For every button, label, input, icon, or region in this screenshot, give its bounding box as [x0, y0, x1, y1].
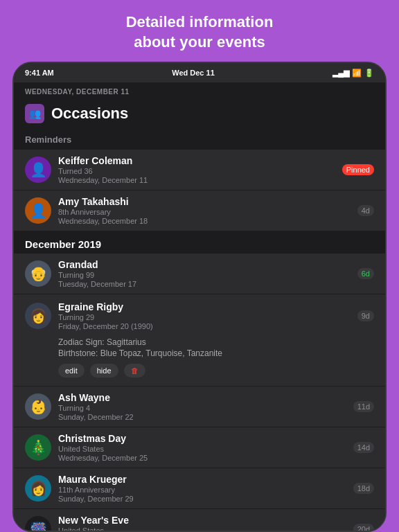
- item-sub: Turning 4: [58, 404, 346, 412]
- delete-button[interactable]: 🗑: [124, 364, 145, 378]
- list-item[interactable]: 🎄 Christmas Day United States Wednesday,…: [14, 427, 385, 468]
- december-section-header: December 2019: [14, 231, 385, 253]
- app-title: Occasions: [51, 105, 128, 123]
- item-badge: 18d: [353, 483, 374, 494]
- item-info: Keiffer Coleman Turned 36 Wednesday, Dec…: [51, 155, 342, 184]
- item-badge: 20d: [353, 524, 374, 531]
- header-line2: about your events: [134, 33, 265, 51]
- birthstone-detail: Birthstone: Blue Topaz, Turquoise, Tanza…: [58, 348, 374, 358]
- item-badge: 4d: [357, 205, 374, 216]
- item-badge: 14d: [353, 442, 374, 453]
- item-info: Maura Krueger 11th Anniversary Sunday, D…: [51, 474, 353, 503]
- device-frame: 9:41 AM Wed Dec 11 ▂▄▆ 📶 🔋 WEDNESDAY, DE…: [12, 62, 387, 532]
- avatar: 👤: [25, 157, 51, 183]
- item-name: New Year's Eve: [58, 515, 346, 526]
- avatar: 🎆: [25, 516, 51, 531]
- status-icons: ▂▄▆ 📶 🔋: [332, 69, 374, 78]
- wifi-icon: 📶: [352, 69, 362, 78]
- list-item[interactable]: 🎆 New Year's Eve United States Tuesday, …: [14, 509, 385, 531]
- signal-icon: ▂▄▆: [332, 69, 349, 78]
- edit-button[interactable]: edit: [58, 364, 85, 378]
- status-bar: 9:41 AM Wed Dec 11 ▂▄▆ 📶 🔋: [14, 63, 385, 82]
- avatar: 👩: [25, 303, 51, 329]
- expanded-details: Zodiac Sign: Sagittarius Birthstone: Blu…: [25, 330, 374, 358]
- item-date: Tuesday, December 17: [58, 280, 351, 288]
- occasions-emoji: 👥: [29, 108, 41, 119]
- item-info: Grandad Turning 99 Tuesday, December 17: [51, 259, 357, 288]
- item-info: Egraine Rigby Turning 29 Friday, Decembe…: [51, 301, 357, 330]
- battery-icon: 🔋: [364, 69, 374, 78]
- expanded-header: 👩 Egraine Rigby Turning 29 Friday, Decem…: [25, 301, 374, 330]
- item-sub: United States: [58, 445, 346, 453]
- action-buttons: edit hide 🗑: [25, 364, 145, 378]
- item-info: New Year's Eve United States Tuesday, De…: [51, 515, 353, 531]
- avatar: 👴: [25, 260, 51, 287]
- zodiac-detail: Zodiac Sign: Sagittarius: [58, 337, 374, 347]
- status-time: 9:41 AM: [25, 69, 54, 77]
- item-date: Wednesday, December 25: [58, 454, 346, 462]
- app-header: 👥 Occasions: [14, 98, 385, 132]
- app-icon: 👥: [25, 104, 44, 123]
- item-date: Friday, December 20 (1990): [58, 322, 351, 330]
- item-date: Wednesday, December 11: [58, 176, 335, 184]
- item-sub: 8th Anniversary: [58, 208, 351, 216]
- avatar: 👩: [25, 475, 51, 502]
- item-name: Maura Krueger: [58, 474, 346, 485]
- item-name: Christmas Day: [58, 433, 346, 444]
- list-item-expanded[interactable]: 👩 Egraine Rigby Turning 29 Friday, Decem…: [14, 294, 385, 386]
- item-date: Sunday, December 29: [58, 495, 346, 503]
- item-sub: Turning 29: [58, 313, 351, 321]
- item-name: Amy Takahashi: [58, 196, 351, 207]
- reminders-section-header: Reminders: [14, 132, 385, 149]
- item-sub: 11th Anniversary: [58, 486, 346, 494]
- item-sub: Turned 36: [58, 167, 335, 175]
- item-sub: United States: [58, 526, 346, 531]
- item-sub: Turning 99: [58, 271, 351, 279]
- list-item[interactable]: 👶 Ash Wayne Turning 4 Sunday, December 2…: [14, 387, 385, 427]
- item-badge: Pinned: [342, 164, 374, 175]
- header-line1: Detailed information: [126, 13, 274, 30]
- status-day: Wed Dec 11: [172, 69, 215, 77]
- hide-button[interactable]: hide: [90, 364, 118, 378]
- app-content[interactable]: WEDNESDAY, DECEMBER 11 👥 Occasions Remin…: [14, 82, 385, 531]
- avatar: 👶: [25, 393, 51, 420]
- list-item[interactable]: 👩 Maura Krueger 11th Anniversary Sunday,…: [14, 468, 385, 508]
- item-info: Christmas Day United States Wednesday, D…: [51, 433, 353, 462]
- item-badge: 9d: [357, 310, 374, 321]
- item-badge: 6d: [357, 268, 374, 279]
- list-item[interactable]: 👤 Amy Takahashi 8th Anniversary Wednesda…: [14, 190, 385, 231]
- item-name: Grandad: [58, 259, 351, 270]
- list-item[interactable]: 👤 Keiffer Coleman Turned 36 Wednesday, D…: [14, 150, 385, 190]
- item-name: Ash Wayne: [58, 392, 346, 403]
- item-badge: 11d: [353, 401, 374, 412]
- avatar: 🎄: [25, 434, 51, 461]
- item-date: Sunday, December 22: [58, 413, 346, 421]
- item-date: Wednesday, December 18: [58, 217, 351, 225]
- date-header: WEDNESDAY, DECEMBER 11: [14, 82, 385, 98]
- item-name: Egraine Rigby: [58, 301, 351, 312]
- avatar: 👤: [25, 197, 51, 224]
- item-name: Keiffer Coleman: [58, 155, 335, 166]
- list-item[interactable]: 👴 Grandad Turning 99 Tuesday, December 1…: [14, 254, 385, 294]
- page-header: Detailed information about your events: [98, 0, 301, 62]
- item-info: Amy Takahashi 8th Anniversary Wednesday,…: [51, 196, 357, 225]
- item-info: Ash Wayne Turning 4 Sunday, December 22: [51, 392, 353, 421]
